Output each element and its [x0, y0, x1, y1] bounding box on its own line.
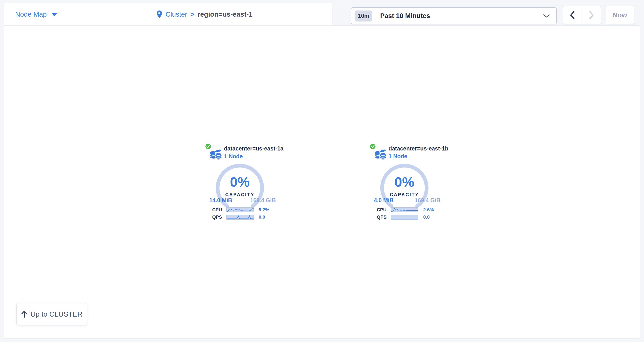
- view-dropdown-label: Node Map: [15, 10, 47, 18]
- cpu-sparkline: [226, 207, 254, 212]
- chevron-left-icon: [570, 11, 575, 19]
- qps-label: QPS: [374, 215, 386, 220]
- capacity-label: CAPACITY: [380, 192, 428, 197]
- time-window-select[interactable]: 10m Past 10 Minutes: [351, 7, 557, 24]
- breadcrumb-current: region=us-east-1: [198, 10, 252, 18]
- cpu-metric-row: CPU 9.2%: [210, 207, 269, 213]
- capacity-values: 4.0 MiB 169.4 GiB: [374, 197, 440, 204]
- locality-title: datacenter=us-east-1b: [388, 145, 448, 152]
- cpu-value: 2.6%: [423, 207, 434, 213]
- capacity-used: 14.0 MiB: [209, 197, 232, 204]
- locality-title: datacenter=us-east-1a: [224, 145, 284, 152]
- breadcrumb: Cluster > region=us-east-1: [156, 3, 252, 25]
- next-time-button[interactable]: [582, 6, 601, 24]
- capacity-percent: 0%: [216, 174, 264, 190]
- up-to-cluster-label: Up to CLUSTER: [30, 310, 83, 318]
- qps-value: 0.0: [259, 215, 265, 220]
- capacity-donut: 0% CAPACITY: [380, 164, 428, 212]
- header-divider: [4, 25, 640, 26]
- capacity-total: 169.4 GiB: [415, 197, 440, 204]
- locality-node-count: 1 Node: [224, 153, 243, 160]
- qps-sparkline: [391, 215, 418, 220]
- cpu-sparkline: [391, 207, 418, 212]
- time-window-label: Past 10 Minutes: [380, 12, 430, 20]
- time-nav-group: [563, 6, 601, 24]
- qps-sparkline: [226, 215, 254, 220]
- qps-value: 0.0: [423, 215, 430, 220]
- cpu-metric-row: CPU 2.6%: [374, 207, 434, 213]
- now-button[interactable]: Now: [606, 6, 634, 24]
- view-dropdown[interactable]: Node Map: [15, 3, 57, 25]
- qps-metric-row: QPS 0.0: [374, 214, 430, 220]
- database-stack-icon: [210, 148, 222, 160]
- cpu-label: CPU: [210, 207, 222, 213]
- cpu-value: 9.2%: [259, 207, 269, 213]
- capacity-percent: 0%: [380, 174, 428, 190]
- prev-time-button[interactable]: [563, 6, 582, 24]
- location-pin-icon: [156, 10, 162, 18]
- up-to-cluster-button[interactable]: Up to CLUSTER: [16, 303, 87, 325]
- database-stack-icon: [374, 148, 387, 160]
- locality-card[interactable]: datacenter=us-east-1b 1 Node 0% CAPACITY…: [370, 142, 450, 226]
- time-window-badge: 10m: [355, 10, 372, 21]
- breadcrumb-separator: >: [190, 10, 194, 18]
- qps-metric-row: QPS 0.0: [210, 214, 265, 220]
- cpu-label: CPU: [374, 207, 386, 213]
- breadcrumb-cluster-link[interactable]: Cluster: [166, 10, 187, 18]
- capacity-used: 4.0 MiB: [374, 197, 394, 204]
- map-panel: [4, 3, 640, 338]
- locality-card[interactable]: datacenter=us-east-1a 1 Node 0% CAPACITY…: [205, 142, 286, 226]
- qps-label: QPS: [210, 215, 222, 220]
- capacity-total: 169.4 GiB: [250, 197, 276, 204]
- chevron-down-icon: [543, 14, 550, 18]
- capacity-donut: 0% CAPACITY: [216, 164, 264, 212]
- node-map-page: Node Map Cluster > region=us-east-1 10m …: [0, 0, 644, 342]
- chevron-right-icon: [588, 11, 594, 19]
- capacity-label: CAPACITY: [216, 192, 264, 197]
- arrow-up-icon: [21, 311, 28, 318]
- capacity-values: 14.0 MiB 169.4 GiB: [209, 197, 276, 204]
- chevron-down-icon: [52, 13, 57, 16]
- locality-node-count: 1 Node: [388, 153, 407, 160]
